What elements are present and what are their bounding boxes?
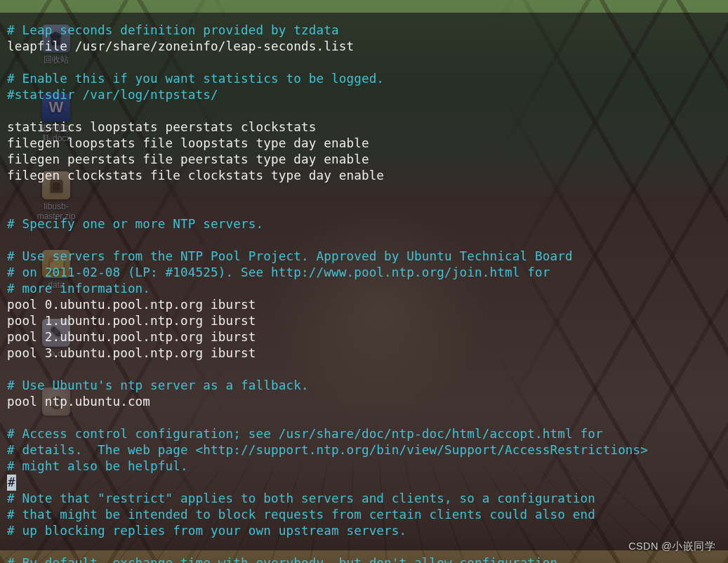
editor-line: # Specify one or more NTP servers. [7,217,263,231]
editor-line: pool 2.ubuntu.pool.ntp.org iburst [7,330,256,344]
editor-line: filegen clockstats file clockstats type … [7,168,384,183]
editor-line: # more information. [7,282,150,296]
editor-line: filegen peerstats file peerstats type da… [7,152,369,166]
editor-line: # [7,475,16,489]
editor-line: leapfile /usr/share/zoneinfo/leap-second… [7,39,354,53]
editor-line: # details. The web page <http://support.… [7,443,648,457]
editor-line: # up blocking replies from your own upst… [7,524,406,538]
editor-line: # By default, exchange time with everybo… [7,556,565,563]
csdn-watermark: CSDN @小嵌同学 [628,540,715,553]
editor-cursor: # [7,475,16,491]
editor-line: # on 2011-02-08 (LP: #104525). See http:… [7,265,550,279]
editor-line: pool 1.ubuntu.pool.ntp.org iburst [7,314,256,328]
editor-line: statistics loopstats peerstats clockstat… [7,120,316,134]
terminal-editor[interactable]: # Leap seconds definition provided by tz… [0,13,728,551]
editor-line: # Access control configuration; see /usr… [7,427,603,441]
editor-line: # that might be intended to block reques… [7,508,595,522]
editor-line: # Enable this if you want statistics to … [7,72,384,86]
editor-line: # Note that "restrict" applies to both s… [7,491,595,505]
editor-line: pool ntp.ubuntu.com [7,395,150,409]
editor-line: #statsdir /var/log/ntpstats/ [7,88,218,102]
editor-line: # might also be helpful. [7,459,188,473]
editor-line: pool 3.ubuntu.pool.ntp.org iburst [7,346,256,360]
editor-line: # Use servers from the NTP Pool Project.… [7,249,573,263]
editor-line: # Leap seconds definition provided by tz… [7,23,339,37]
editor-line: # Use Ubuntu's ntp server as a fallback. [7,378,309,392]
editor-line: filegen loopstats file loopstats type da… [7,136,369,150]
editor-line: pool 0.ubuntu.pool.ntp.org iburst [7,298,256,312]
